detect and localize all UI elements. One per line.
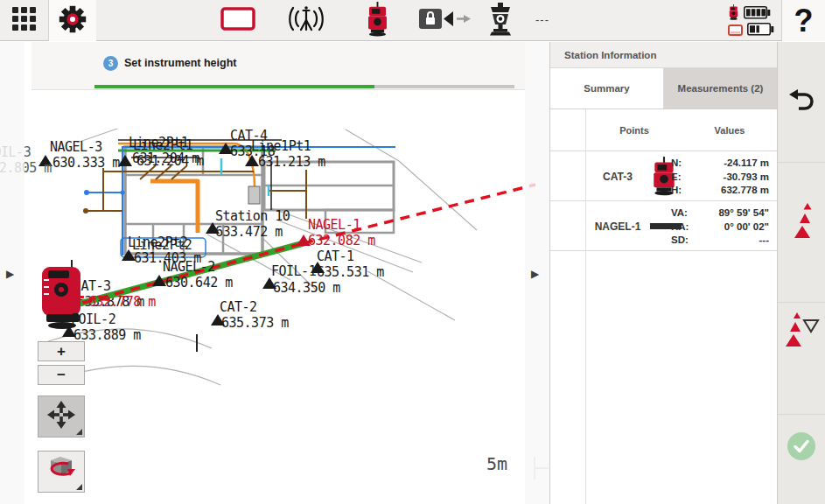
map-point-label: FOIL-2 [71,312,115,326]
panel-title: Station Information [550,42,777,68]
rotate-cube-icon [45,454,78,489]
measurement-values: VA:89° 59' 54" HA:0° 00' 02" SD:--- [671,206,769,248]
column-header-points: Points [585,109,683,151]
map-point-elev: 632.082 m [308,234,375,248]
display-icon [220,7,255,34]
map-point-label: NAGEL-3 [50,140,102,154]
confirm-button[interactable] [787,431,816,465]
mini-instrument-icon [728,4,739,24]
zoom-in-button[interactable]: + [38,341,85,361]
total-station-icon [365,2,390,40]
zoom-out-button[interactable]: − [38,365,85,385]
panel-tabs: Summary Measurements (2) [550,68,777,109]
tab-summary[interactable]: Summary [550,68,664,108]
station-information-panel: Station Information Summary Measurements… [549,42,777,504]
value-number: -30.793 m [724,171,769,185]
map-point-label: CAT-2 [220,300,257,314]
controller-battery-status [728,23,774,39]
instrument-button[interactable] [358,0,396,41]
map-point-label: Station 10 [215,209,290,223]
submenu-corner-marker [76,429,82,435]
left-panel-strip: ▶ [0,42,24,504]
side-action-toolbar [777,42,825,504]
step-banner: 3 Set instrument height [31,42,525,90]
value-label: SD: [671,234,689,248]
camera-lock-icon [418,8,472,34]
progress-bar [94,85,514,88]
prism-icon [485,3,516,39]
station-height-label: 632.778 m [88,295,156,309]
radio-connection-button[interactable] [285,0,327,41]
progress-fill [94,85,374,88]
battery-full-icon [744,6,771,23]
toolbar-section-divider [778,414,825,415]
toolbar-section-divider [778,302,825,303]
antenna-icon [286,4,326,38]
map-point-elev: 631.213 m [258,155,325,169]
prism-button[interactable] [482,0,519,41]
right-panel-strip: ▶ [525,42,549,504]
value-label: VA: [671,206,688,220]
measurement-values: N:-24.117 m E:-30.793 m H:632.778 m [671,157,769,198]
measurement-row-cat3[interactable]: CAT-3 N:-24.117 m E:-30.793 m H:632.778 … [550,151,777,201]
toolbar-section-divider [778,162,825,163]
pan-arrows-icon [46,400,76,433]
controller-screen-icon [728,24,743,39]
map-point-elev: 633.472 m [215,225,283,239]
value-label: H: [671,184,682,198]
map-point-elev: 630.642 m [165,276,233,290]
app-grid-icon [11,6,38,36]
measurements-table-header: Points Values [550,109,777,151]
measure-targets-angle-button[interactable] [785,312,820,354]
map-point-elev: 631.204 m [136,154,204,168]
step-number-badge: 3 [103,56,118,71]
gear-icon [56,3,89,39]
map-point-elev: 633.889 m [73,328,141,342]
status-dashes: --- [535,13,549,26]
target-triangles-icon [789,229,815,244]
measure-targets-button[interactable] [789,201,815,245]
expand-right-panel-arrow[interactable]: ▶ [531,268,539,280]
map-point-label: FOIL-1 [271,264,316,278]
value-label: E: [671,171,682,185]
app-window: --- [0,0,825,504]
map-point-label: NAGEL-1 [308,218,360,232]
settings-button[interactable] [49,0,96,41]
app-menu-button[interactable] [0,0,48,41]
column-header-values: Values [688,109,772,151]
tab-measurements[interactable]: Measurements (2) [664,68,777,108]
map-point-label: NAGEL-2 [163,260,215,274]
map-point-elev: 634.350 m [273,281,340,295]
value-label: HA: [671,220,689,234]
point-name: NAGEL-1 [587,201,648,251]
check-icon [787,449,816,464]
value-label: N: [671,157,682,171]
instrument-battery-status [728,4,771,24]
submenu-corner-marker [76,484,82,490]
map-point-elev: 630.333 m [52,156,120,170]
rotate-3d-button[interactable] [38,451,85,493]
battery-half-icon [747,23,774,39]
map-point-label: CAT-1 [317,249,354,263]
scale-label: 5m [486,453,507,474]
expand-left-panel-arrow[interactable]: ▶ [6,268,14,280]
step-label: Set instrument height [124,57,236,69]
undo-button[interactable] [787,88,816,117]
display-button[interactable] [217,0,259,41]
measurement-row-nagel1[interactable]: NAGEL-1 VA:89° 59' 54" HA:0° 00' 02" SD:… [550,201,777,251]
value-number: 89° 59' 54" [718,206,769,220]
top-toolbar: --- [0,0,825,41]
point-name: CAT-3 [587,151,648,201]
value-number: --- [759,234,770,248]
value-number: 0° 00' 02" [724,220,769,234]
map-point-elev: 635.373 m [221,316,289,330]
camera-lock-button[interactable] [416,0,474,41]
value-number: -24.117 m [724,157,769,171]
help-button[interactable]: ? [782,0,825,41]
pan-tool-button[interactable] [38,396,85,438]
map-point-elev: 635.531 m [317,265,384,279]
undo-icon [787,102,816,116]
target-triangles-angle-icon [785,338,820,353]
map-point-label: Line1Pt1 [251,139,311,153]
map-canvas[interactable]: FOIL-3 632.805 m NAGEL-3 630.333 m Line2… [0,42,549,504]
